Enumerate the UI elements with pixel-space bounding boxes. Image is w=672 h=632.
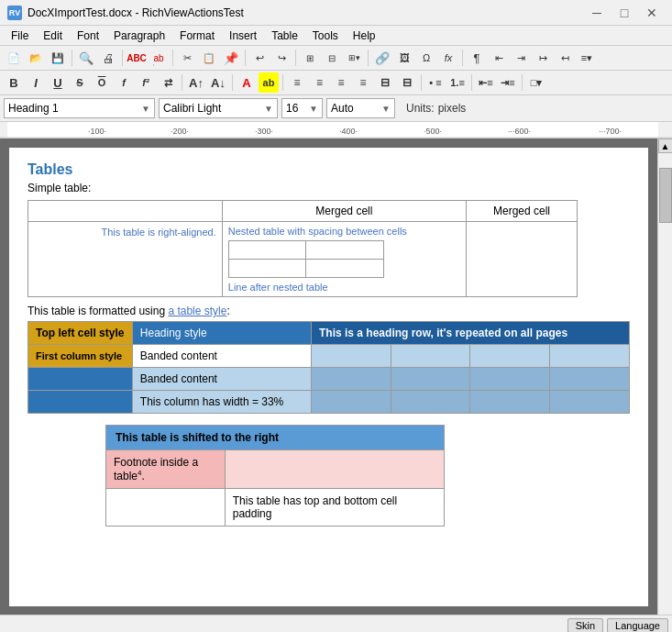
abc2-button[interactable]: ab	[149, 48, 169, 68]
indent2-button[interactable]: ⇥	[511, 48, 531, 68]
maximize-button[interactable]: □	[611, 4, 637, 22]
menu-font[interactable]: Font	[70, 28, 106, 44]
list-num[interactable]: 1.≡	[447, 72, 468, 93]
scroll-thumb[interactable]	[659, 168, 672, 223]
indent-less[interactable]: ⇤≡	[476, 72, 496, 93]
style-dropdown[interactable]: Heading 1 ▼	[4, 98, 155, 118]
cut-button[interactable]: ✂	[177, 48, 197, 68]
align6[interactable]: ⊟	[397, 72, 417, 93]
font-color-btn[interactable]: A	[237, 72, 257, 93]
spell-check-button[interactable]: ABC	[127, 48, 147, 68]
svg-text:·500·: ·500·	[424, 127, 442, 136]
print-preview-button[interactable]: 🔍	[76, 48, 96, 68]
table-row: This column has width = 33%	[28, 391, 630, 414]
indent-more[interactable]: ⇥≡	[498, 72, 518, 93]
footnote-sup: 4	[138, 469, 141, 477]
padding-cell: This table has top and bottom cell paddi…	[225, 489, 444, 527]
size-dropdown[interactable]: 16 ▼	[281, 98, 323, 118]
outer-thead: Merged cell Merged cell	[28, 201, 578, 222]
fmt-th-2: Heading style	[132, 322, 311, 345]
fmt-intro-text: This table is formatted using	[28, 305, 168, 317]
menu-format[interactable]: Format	[172, 28, 222, 44]
close-button[interactable]: ✕	[639, 4, 665, 22]
font-value: Calibri Light	[163, 102, 221, 115]
italic-button[interactable]: I	[26, 72, 46, 93]
nested-heading: Nested table with spacing between cells	[228, 226, 460, 237]
table3-button[interactable]: ⊞▾	[344, 48, 364, 68]
align-left[interactable]: ≡	[287, 72, 307, 93]
symbol-button[interactable]: Ω	[416, 48, 436, 68]
skin-button[interactable]: Skin	[567, 618, 603, 633]
outer-tbody: This table is right-aligned. Nested tabl…	[28, 222, 578, 297]
format5-button[interactable]: ≡▾	[577, 48, 597, 68]
fmt-intro-link[interactable]: a table style	[168, 305, 226, 317]
menu-insert[interactable]: Insert	[222, 28, 264, 44]
border-btn[interactable]: □▾	[526, 72, 546, 93]
separator-3	[172, 50, 173, 66]
merged-cell-2-text: Merged cell	[493, 205, 550, 217]
align-justify[interactable]: ≡	[353, 72, 373, 93]
tables-heading: Tables	[28, 161, 630, 178]
print-button[interactable]: 🖨	[98, 48, 118, 68]
bold-button[interactable]: B	[4, 72, 24, 93]
copy-button[interactable]: 📋	[199, 48, 219, 68]
fmt-cell-col-5-r2	[470, 368, 550, 391]
highlight-btn[interactable]: ab	[259, 72, 279, 93]
color-dropdown[interactable]: Auto ▼	[326, 98, 395, 118]
math-button[interactable]: fx	[438, 48, 458, 68]
rtl-button[interactable]: ¶	[467, 48, 487, 68]
image-button[interactable]: 🖼	[394, 48, 414, 68]
overline-button[interactable]: O	[92, 72, 112, 93]
fmt-intro-colon: :	[226, 305, 229, 317]
menu-file[interactable]: File	[4, 28, 36, 44]
style-value: Heading 1	[8, 102, 59, 115]
color-arrow: ▼	[381, 104, 391, 114]
formatted-table: Top left cell style Heading style This i…	[28, 321, 630, 414]
vertical-scrollbar[interactable]: ▲	[657, 139, 672, 615]
minimize-button[interactable]: ─	[584, 4, 610, 22]
table-row: Merged cell Merged cell	[28, 201, 578, 222]
align-right[interactable]: ≡	[331, 72, 351, 93]
units-label: Units:	[406, 102, 435, 115]
document-area[interactable]: Tables Simple table: This table is right…	[0, 139, 657, 615]
font-size-dn[interactable]: A↓	[208, 72, 228, 93]
fmt-cell-col-6-r2	[550, 368, 630, 391]
fmt-intro: This table is formatted using a table st…	[28, 305, 630, 317]
paste-button[interactable]: 📌	[221, 48, 241, 68]
indent3-button[interactable]: ↦	[533, 48, 553, 68]
scroll-up-button[interactable]: ▲	[658, 139, 673, 153]
fmt-cell-col-2-r1: Banded content	[132, 345, 311, 368]
new-button[interactable]: 📄	[4, 48, 24, 68]
menu-help[interactable]: Help	[346, 28, 383, 44]
menu-tools[interactable]: Tools	[305, 28, 346, 44]
shifted-thead: This table is shifted to the right	[106, 426, 445, 450]
toolbar-1: 📄 📂 💾 🔍 🖨 ABC ab ✂ 📋 📌 ↩ ↪ ⊞ ⊟ ⊞▾ 🔗 🖼 Ω …	[0, 46, 672, 71]
underline-button[interactable]: U	[48, 72, 68, 93]
font-size-up[interactable]: A↑	[186, 72, 206, 93]
language-button[interactable]: Language	[607, 618, 668, 633]
menu-edit[interactable]: Edit	[36, 28, 70, 44]
save-button[interactable]: 💾	[48, 48, 68, 68]
link-button[interactable]: 🔗	[372, 48, 392, 68]
font-dropdown[interactable]: Calibri Light ▼	[159, 98, 278, 118]
script-button[interactable]: f²	[136, 72, 156, 93]
align-center[interactable]: ≡	[309, 72, 329, 93]
title-bar-left: RV DocXImportTest.docx - RichViewActions…	[7, 6, 244, 20]
table2-button[interactable]: ⊟	[322, 48, 342, 68]
align5[interactable]: ⊟	[375, 72, 395, 93]
open-button[interactable]: 📂	[26, 48, 46, 68]
indent1-button[interactable]: ⇤	[489, 48, 509, 68]
redo-button[interactable]: ↪	[271, 48, 292, 68]
undo-button[interactable]: ↩	[249, 48, 270, 68]
list-bullet[interactable]: • ≡	[425, 72, 446, 93]
menu-paragraph[interactable]: Paragraph	[106, 28, 172, 44]
strikethrough-button[interactable]: S	[70, 72, 90, 93]
indent4-button[interactable]: ↤	[555, 48, 575, 68]
arrows-button[interactable]: ⇄	[158, 72, 178, 93]
shifted-tbody: Footnote inside a table4. This table has…	[106, 450, 445, 527]
fmt-th-3: This is a heading row, it's repeated on …	[312, 322, 630, 345]
menu-table[interactable]: Table	[264, 28, 305, 44]
formula-button[interactable]: f	[114, 72, 134, 93]
table-button[interactable]: ⊞	[300, 48, 320, 68]
fmt-cell-col-3-r3	[312, 391, 391, 414]
